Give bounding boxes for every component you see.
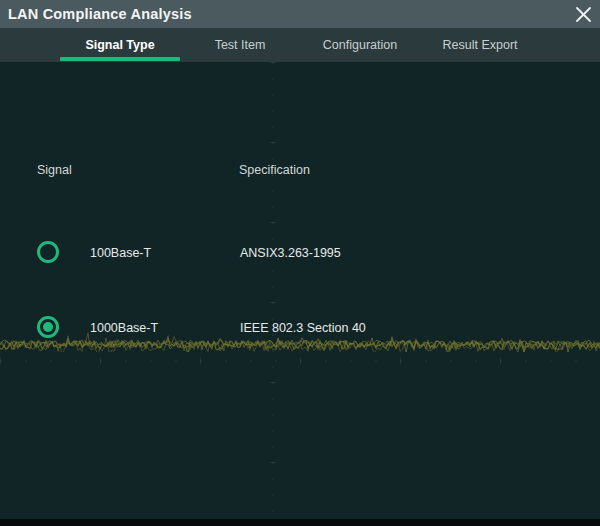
radio-1000base-t[interactable] [37,316,59,338]
tab-result-export-label: Result Export [442,38,517,52]
radio-dot [43,322,53,332]
tab-result-export[interactable]: Result Export [420,28,540,62]
signal-row-100base-t[interactable]: 100Base-T ANSIX3.263-1995 [0,230,600,274]
tab-test-item-label: Test Item [215,38,266,52]
active-tab-underline [60,57,180,61]
dialog-title: LAN Compliance Analysis [8,6,192,22]
signal-label: 1000Base-T [90,321,158,335]
close-icon [575,6,592,23]
tab-bar: Signal Type Test Item Configuration Resu… [0,28,600,62]
tab-signal-type-label: Signal Type [85,38,154,52]
bottom-strip [0,519,600,526]
content-area: Signal Specification 100Base-T ANSIX3.26… [0,62,600,519]
specification-value: ANSIX3.263-1995 [240,246,341,260]
tab-configuration-label: Configuration [323,38,397,52]
tab-configuration[interactable]: Configuration [300,28,420,62]
graticule-grid [0,62,600,519]
tab-signal-type[interactable]: Signal Type [60,28,180,62]
signal-row-1000base-t[interactable]: 1000Base-T IEEE 802.3 Section 40 [0,305,600,349]
close-button[interactable] [570,2,596,26]
column-header-signal: Signal [37,163,72,177]
specification-value: IEEE 802.3 Section 40 [240,321,366,335]
tab-test-item[interactable]: Test Item [180,28,300,62]
dialog-titlebar: LAN Compliance Analysis [0,0,600,28]
column-header-specification: Specification [239,163,310,177]
radio-100base-t[interactable] [37,241,59,263]
signal-label: 100Base-T [90,246,151,260]
